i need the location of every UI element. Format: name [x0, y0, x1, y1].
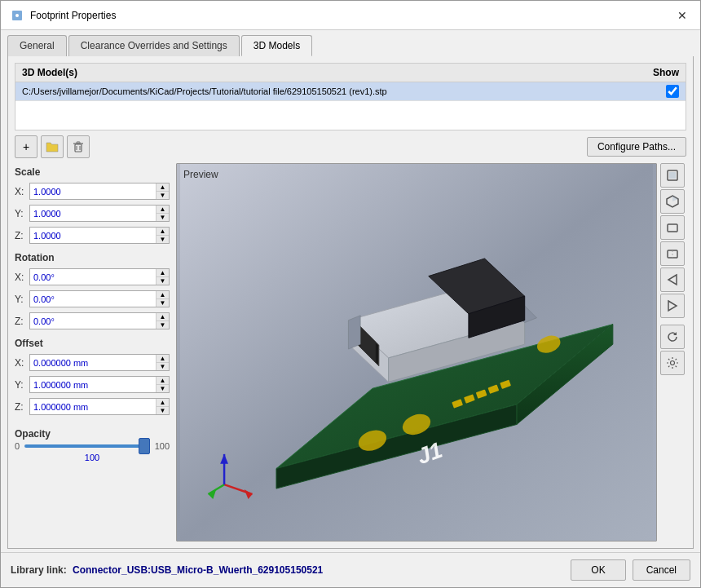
rotation-x-label: X:: [15, 272, 29, 283]
model-list: C:/Users/jvillamejor/Documents/KiCad/Pro…: [15, 82, 686, 130]
scale-section-label: Scale: [15, 166, 170, 178]
scale-z-label: Z:: [15, 230, 29, 241]
offset-z-spinners: ▲ ▼: [156, 399, 169, 414]
rotation-section-label: Rotation: [15, 252, 170, 263]
refresh-button[interactable]: [660, 325, 685, 349]
3d-preview-svg: J1: [177, 164, 656, 541]
scale-y-row: Y: ▲ ▼: [15, 205, 170, 222]
rotation-z-input-wrap: ▲ ▼: [29, 312, 170, 329]
scale-y-input[interactable]: [30, 206, 156, 221]
offset-y-input-wrap: ▲ ▼: [29, 376, 170, 393]
right-panel: Preview: [176, 163, 686, 542]
scale-z-input[interactable]: [30, 228, 156, 243]
scale-z-input-wrap: ▲ ▼: [29, 227, 170, 244]
offset-y-label: Y:: [15, 379, 29, 391]
rotation-x-spinners: ▲ ▼: [156, 269, 169, 285]
model-list-item[interactable]: C:/Users/jvillamejor/Documents/KiCad/Pro…: [15, 82, 686, 101]
trash-icon: [72, 140, 85, 153]
rotation-y-input-wrap: ▲ ▼: [29, 290, 170, 307]
add-model-button[interactable]: +: [15, 135, 37, 158]
offset-z-down[interactable]: ▼: [157, 407, 169, 414]
svg-rect-2: [75, 144, 82, 152]
view-top-button[interactable]: [660, 163, 685, 188]
rotation-z-label: Z:: [15, 316, 29, 327]
view-front-button[interactable]: [660, 215, 685, 240]
rotation-x-input-wrap: ▲ ▼: [29, 268, 170, 285]
scale-z-down[interactable]: ▼: [157, 236, 169, 243]
rotation-z-input[interactable]: [30, 313, 156, 329]
offset-x-up[interactable]: ▲: [157, 355, 169, 363]
offset-z-input[interactable]: [30, 399, 156, 414]
cancel-button[interactable]: Cancel: [633, 559, 690, 581]
offset-x-spinners: ▲ ▼: [156, 355, 169, 370]
tab-bar: General Clearance Overrides and Settings…: [1, 30, 700, 56]
view-top-icon: [665, 168, 680, 183]
view-back-button[interactable]: [660, 241, 685, 266]
offset-y-input[interactable]: [30, 377, 156, 392]
footer-buttons: OK Cancel: [571, 559, 690, 581]
window-title: Footprint Properties: [30, 10, 116, 21]
rotation-y-row: Y: ▲ ▼: [15, 290, 170, 307]
view-left-icon: [665, 272, 680, 287]
tab-clearance[interactable]: Clearance Overrides and Settings: [68, 35, 240, 56]
rotation-z-up[interactable]: ▲: [157, 313, 169, 321]
offset-y-down[interactable]: ▼: [157, 385, 169, 392]
svg-marker-44: [668, 275, 677, 285]
rotation-x-input[interactable]: [30, 269, 156, 285]
offset-x-row: X: ▲ ▼: [15, 354, 170, 371]
scale-x-up[interactable]: ▲: [157, 183, 169, 192]
scale-z-spinners: ▲ ▼: [156, 228, 169, 243]
view-3d-button[interactable]: [660, 189, 685, 214]
scale-x-down[interactable]: ▼: [157, 192, 169, 199]
svg-marker-39: [672, 196, 678, 201]
view-front-icon: [665, 220, 680, 235]
opacity-slider[interactable]: [24, 444, 150, 448]
browse-model-button[interactable]: [41, 135, 64, 158]
tab-general[interactable]: General: [7, 35, 67, 56]
model-show-checkbox[interactable]: [666, 85, 679, 98]
rotation-y-down[interactable]: ▼: [157, 299, 169, 307]
offset-z-row: Z: ▲ ▼: [15, 398, 170, 415]
svg-marker-26: [348, 316, 360, 349]
scale-x-input[interactable]: [30, 183, 156, 199]
rotation-y-label: Y:: [15, 294, 29, 305]
tab-content: 3D Model(s) Show C:/Users/jvillamejor/Do…: [7, 56, 694, 549]
opacity-max-label: 100: [155, 441, 170, 451]
offset-y-up[interactable]: ▲: [157, 377, 169, 385]
preview-settings-button[interactable]: [660, 351, 685, 375]
footprint-icon: [11, 9, 24, 22]
rotation-y-input[interactable]: [30, 291, 156, 307]
svg-rect-40: [668, 224, 677, 232]
view-left-button[interactable]: [660, 267, 685, 292]
rotation-z-spinners: ▲ ▼: [156, 313, 169, 329]
view-3d-icon: [665, 194, 680, 209]
close-button[interactable]: ✕: [674, 7, 690, 24]
configure-paths-button[interactable]: Configure Paths...: [587, 137, 686, 157]
delete-model-button[interactable]: [67, 135, 90, 158]
svg-rect-4: [77, 142, 80, 144]
scale-y-label: Y:: [15, 208, 29, 219]
library-link-value: Connector_USB:USB_Micro-B_Wuerth_6291051…: [73, 564, 323, 576]
tab-3dmodels[interactable]: 3D Models: [241, 35, 312, 56]
offset-z-input-wrap: ▲ ▼: [29, 398, 170, 415]
offset-z-up[interactable]: ▲: [157, 399, 169, 407]
preview-label: Preview: [183, 169, 218, 180]
view-right-icon: [665, 298, 680, 313]
title-bar: Footprint Properties ✕: [1, 1, 700, 30]
left-panel: Scale X: ▲ ▼ Y:: [15, 163, 170, 542]
rotation-x-up[interactable]: ▲: [157, 269, 169, 277]
scale-y-down[interactable]: ▼: [157, 214, 169, 221]
rotation-y-up[interactable]: ▲: [157, 291, 169, 299]
scale-z-up[interactable]: ▲: [157, 228, 169, 236]
svg-point-47: [671, 361, 675, 365]
offset-x-down[interactable]: ▼: [157, 363, 169, 370]
view-back-icon: [665, 246, 680, 261]
scale-y-up[interactable]: ▲: [157, 206, 169, 214]
rotation-x-down[interactable]: ▼: [157, 277, 169, 285]
scale-x-spinners: ▲ ▼: [156, 183, 169, 199]
ok-button[interactable]: OK: [571, 559, 625, 581]
rotation-z-row: Z: ▲ ▼: [15, 312, 170, 329]
view-right-button[interactable]: [660, 294, 685, 318]
offset-x-input[interactable]: [30, 355, 156, 370]
rotation-z-down[interactable]: ▼: [157, 321, 169, 329]
